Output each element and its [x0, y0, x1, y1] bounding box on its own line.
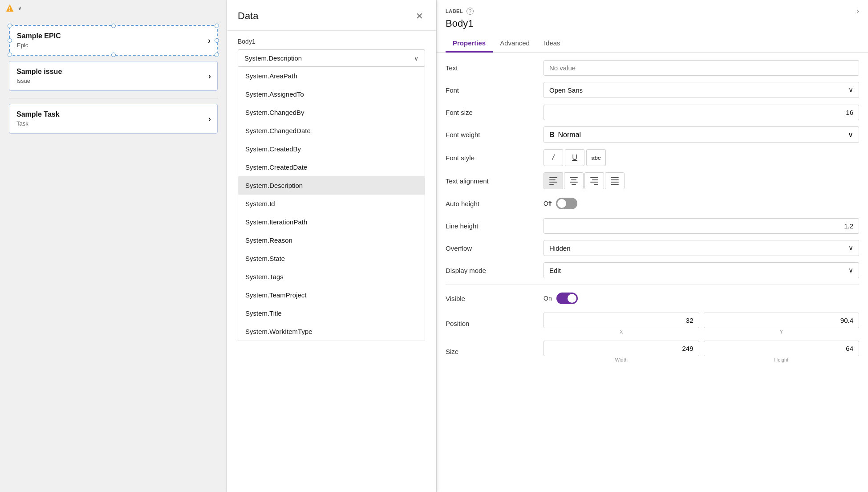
strikethrough-button[interactable]: abc [586, 149, 606, 166]
align-right-button[interactable] [584, 172, 604, 189]
list-item[interactable]: System.Title [238, 304, 425, 322]
data-panel: Data ✕ Body1 System.Description ∨ System… [227, 0, 436, 492]
auto-height-toggle[interactable] [556, 198, 577, 209]
list-item[interactable]: System.ChangedBy [238, 103, 425, 122]
expand-icon[interactable]: › [857, 7, 859, 15]
warning-bar[interactable]: ! ∨ [0, 0, 227, 16]
list-item[interactable]: System.AssignedTo [238, 85, 425, 103]
font-weight-prop-label: Font weight [446, 131, 544, 138]
display-mode-dropdown-chevron: ∨ [848, 266, 853, 274]
task-card-title: Sample Task [16, 110, 210, 118]
issue-card-title: Sample issue [16, 68, 210, 76]
font-style-prop-value: / U abc [544, 149, 859, 166]
list-item-active[interactable]: System.Description [238, 176, 425, 195]
visible-prop-row: Visible On [446, 290, 859, 306]
style-buttons: / U abc [544, 149, 606, 166]
size-prop-row: Size Width Height [446, 341, 859, 362]
list-item[interactable]: System.CreatedBy [238, 140, 425, 158]
font-dropdown[interactable]: Open Sans ∨ [544, 82, 859, 98]
list-item[interactable]: System.CreatedDate [238, 158, 425, 176]
visible-toggle[interactable] [556, 293, 578, 304]
list-item[interactable]: System.Reason [238, 231, 425, 249]
help-icon[interactable]: ? [466, 8, 474, 15]
position-y-input[interactable] [704, 313, 860, 328]
data-dropdown-select[interactable]: System.Description ∨ [238, 49, 425, 67]
align-justify-button[interactable] [605, 172, 625, 189]
display-mode-prop-value: Edit ∨ [544, 262, 859, 278]
text-align-prop-row: Text alignment [446, 172, 859, 189]
size-width-input[interactable] [544, 341, 699, 356]
auto-height-toggle-row: Off [544, 198, 577, 209]
font-dropdown-chevron: ∨ [848, 86, 853, 94]
tab-advanced[interactable]: Advanced [493, 35, 537, 53]
size-width-field: Width [544, 341, 699, 362]
tabs-row: Properties Advanced Ideas [446, 35, 859, 52]
font-size-input[interactable] [544, 105, 859, 120]
auto-height-prop-value: Off [544, 198, 859, 209]
dropdown-list: System.AreaPath System.AssignedTo System… [238, 67, 425, 341]
overflow-dropdown-value: Hidden [549, 244, 571, 252]
display-mode-prop-row: Display mode Edit ∨ [446, 262, 859, 278]
size-height-input[interactable] [704, 341, 860, 356]
list-item[interactable]: System.Id [238, 195, 425, 213]
font-style-prop-label: Font style [446, 154, 544, 162]
underline-button[interactable]: U [565, 149, 584, 166]
list-item[interactable]: System.WorkItemType [238, 322, 425, 341]
position-x-label: X [544, 329, 699, 334]
bold-icon: B [549, 131, 555, 139]
position-x-input[interactable] [544, 313, 699, 328]
italic-button[interactable]: / [544, 149, 563, 166]
align-buttons [544, 172, 625, 189]
tab-properties[interactable]: Properties [446, 35, 493, 53]
auto-height-prop-label: Auto height [446, 200, 544, 207]
position-prop-label: Position [446, 320, 544, 327]
list-item[interactable]: System.TeamProject [238, 286, 425, 304]
visible-toggle-row: On [544, 293, 578, 304]
task-card-type: Task [16, 120, 210, 127]
text-prop-row: Text [446, 60, 859, 76]
properties-header: LABEL ? › Body1 Properties Advanced Idea… [437, 0, 868, 53]
font-prop-value: Open Sans ∨ [544, 82, 859, 98]
tab-ideas[interactable]: Ideas [537, 35, 568, 53]
close-button[interactable]: ✕ [414, 9, 425, 23]
epic-card[interactable]: Sample EPIC Epic › [9, 25, 218, 56]
list-item[interactable]: System.Tags [238, 268, 425, 286]
label-text: LABEL [446, 8, 463, 14]
task-card[interactable]: Sample Task Task › [9, 104, 218, 134]
overflow-prop-row: Overflow Hidden ∨ [446, 240, 859, 256]
dropdown-chevron-icon: ∨ [414, 55, 418, 62]
text-input[interactable] [544, 60, 859, 76]
label-row: LABEL ? › [446, 7, 859, 15]
overflow-dropdown[interactable]: Hidden ∨ [544, 240, 859, 256]
text-align-prop-label: Text alignment [446, 177, 544, 185]
align-center-button[interactable] [564, 172, 584, 189]
font-size-prop-label: Font size [446, 109, 544, 116]
size-row: Width Height [544, 341, 859, 362]
line-height-input[interactable] [544, 218, 859, 234]
data-section-label: Body1 [238, 38, 425, 45]
font-weight-value: Normal [558, 131, 581, 139]
position-prop-row: Position X Y [446, 313, 859, 334]
position-prop-value: X Y [544, 313, 859, 334]
font-size-prop-row: Font size [446, 104, 859, 120]
visible-prop-label: Visible [446, 295, 544, 302]
font-weight-prop-row: Font weight B Normal ∨ [446, 126, 859, 143]
position-x-field: X [544, 313, 699, 334]
font-weight-chevron-icon: ∨ [848, 130, 853, 139]
display-mode-dropdown[interactable]: Edit ∨ [544, 262, 859, 278]
font-prop-row: Font Open Sans ∨ [446, 82, 859, 98]
list-item[interactable]: System.IterationPath [238, 213, 425, 231]
epic-card-title: Sample EPIC [17, 32, 210, 40]
align-left-button[interactable] [544, 172, 563, 189]
data-panel-body: Body1 System.Description ∨ System.AreaPa… [227, 31, 436, 492]
canvas-left: ! ∨ Sample EPIC Epic › Sample issue Issu… [0, 0, 227, 492]
list-item[interactable]: System.State [238, 249, 425, 268]
issue-card[interactable]: Sample issue Issue › [9, 61, 218, 91]
font-weight-dropdown[interactable]: B Normal ∨ [544, 126, 859, 143]
list-item[interactable]: System.ChangedDate [238, 122, 425, 140]
epic-card-type: Epic [17, 42, 210, 49]
list-item[interactable]: System.AreaPath [238, 67, 425, 85]
font-style-prop-row: Font style / U abc [446, 149, 859, 166]
size-height-field: Height [704, 341, 860, 362]
visible-toggle-label: On [544, 295, 552, 302]
